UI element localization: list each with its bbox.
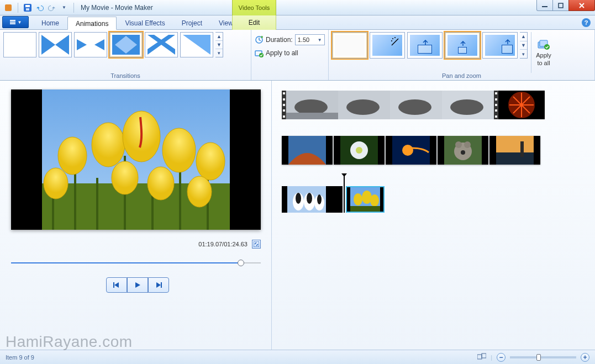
clip-thumbnail[interactable] xyxy=(286,91,338,119)
clip-thumbnail-selected[interactable] xyxy=(346,186,385,213)
svg-rect-47 xyxy=(113,282,114,288)
svg-point-86 xyxy=(307,193,312,204)
transitions-group-label: Transitions xyxy=(0,72,251,79)
zoom-thumb[interactable] xyxy=(536,354,541,361)
gallery-expand-icon[interactable]: ▾ xyxy=(520,50,527,58)
next-frame-button[interactable] xyxy=(148,277,169,293)
tab-visual-effects[interactable]: Visual Effects xyxy=(117,16,173,29)
file-menu-button[interactable]: ▼ xyxy=(2,16,29,28)
clip-thumbnail[interactable] xyxy=(334,136,385,165)
transition-crossfade[interactable] xyxy=(39,32,72,57)
svg-rect-7 xyxy=(10,22,15,23)
play-button[interactable] xyxy=(127,277,148,293)
apply-all-line1: Apply xyxy=(536,52,551,59)
fullscreen-button[interactable] xyxy=(252,240,261,249)
transition-options-group: Duration: 1.50 ▼ Apply to all xyxy=(251,30,329,80)
seek-thumb[interactable] xyxy=(238,260,244,266)
qat-customize-dropdown[interactable]: ▼ xyxy=(59,3,69,13)
gallery-expand-icon[interactable]: ▾ xyxy=(215,49,223,57)
panzoom-group-label: Pan and zoom xyxy=(329,72,594,79)
panzoom-zoom-out-bottom[interactable] xyxy=(445,32,480,59)
svg-rect-97 xyxy=(482,354,486,358)
clip-thumbnail[interactable] xyxy=(498,91,545,119)
view-toggle-button[interactable] xyxy=(477,353,486,362)
clip-thumbnail[interactable] xyxy=(282,136,333,165)
transition-reveal[interactable] xyxy=(180,32,213,57)
help-button[interactable]: ? xyxy=(582,18,591,27)
tab-home[interactable]: Home xyxy=(33,16,67,29)
minimize-button[interactable] xyxy=(536,0,553,11)
storyboard-pane[interactable] xyxy=(272,81,595,350)
app-icon xyxy=(3,3,13,13)
svg-rect-80 xyxy=(520,141,524,157)
clip-thumbnail[interactable] xyxy=(331,186,343,213)
svg-point-41 xyxy=(44,168,68,199)
svg-rect-96 xyxy=(477,355,482,359)
tab-edit[interactable]: Edit xyxy=(232,15,276,30)
panzoom-auto[interactable] xyxy=(370,32,405,59)
scroll-down-icon[interactable]: ▼ xyxy=(215,41,223,49)
apply-to-all-panzoom[interactable]: Apply to all xyxy=(531,32,556,73)
apply-to-all-transitions[interactable]: Apply to all xyxy=(255,49,325,57)
svg-point-36 xyxy=(58,137,87,175)
svg-rect-6 xyxy=(10,20,15,21)
transition-none[interactable] xyxy=(3,32,36,57)
scroll-down-icon[interactable]: ▼ xyxy=(520,41,527,50)
svg-rect-79 xyxy=(496,152,534,165)
previous-frame-button[interactable] xyxy=(106,277,127,293)
clip-thumbnail[interactable] xyxy=(390,91,442,119)
maximize-button[interactable] xyxy=(552,0,569,11)
svg-point-59 xyxy=(450,99,483,115)
seek-slider[interactable] xyxy=(11,259,261,267)
undo-button[interactable] xyxy=(35,3,45,13)
svg-point-84 xyxy=(296,193,301,204)
svg-rect-8 xyxy=(10,23,15,24)
preview-pane: 01:19.07/01:24.63 xyxy=(0,81,272,350)
clip-row-2 xyxy=(282,136,584,165)
tab-project[interactable]: Project xyxy=(173,16,210,29)
clip-thumbnail[interactable] xyxy=(338,91,390,119)
svg-rect-27 xyxy=(335,35,365,56)
status-item-count: Item 9 of 9 xyxy=(6,354,34,361)
transition-pinwheel[interactable] xyxy=(74,32,107,57)
panzoom-gallery: ▲ ▼ ▾ Apply to all xyxy=(332,32,591,73)
save-button[interactable] xyxy=(23,3,33,13)
svg-point-55 xyxy=(346,99,380,115)
transition-diagonal-cross[interactable] xyxy=(145,32,178,57)
clip-thumbnail[interactable] xyxy=(386,136,436,165)
video-preview[interactable] xyxy=(11,89,261,230)
tab-animations[interactable]: Animations xyxy=(67,17,117,30)
svg-rect-50 xyxy=(161,282,162,288)
contextual-tab-label: Video Tools xyxy=(232,0,276,15)
scroll-up-icon[interactable]: ▲ xyxy=(520,33,527,41)
transition-diamond[interactable] xyxy=(109,32,143,57)
svg-rect-3 xyxy=(26,8,29,10)
svg-point-67 xyxy=(356,147,362,154)
zoom-out-button[interactable]: − xyxy=(497,353,506,362)
svg-rect-89 xyxy=(331,186,343,213)
playhead[interactable] xyxy=(344,176,345,213)
clip-thumbnail[interactable] xyxy=(442,91,494,119)
zoom-in-button[interactable]: + xyxy=(581,353,589,362)
window-controls xyxy=(537,0,595,11)
separator xyxy=(73,3,74,13)
svg-point-43 xyxy=(148,167,174,200)
clip-thumbnail[interactable] xyxy=(489,136,540,165)
panzoom-pan-out-right[interactable] xyxy=(482,32,518,59)
svg-point-75 xyxy=(464,141,471,148)
scroll-up-icon[interactable]: ▲ xyxy=(215,33,223,41)
transitions-gallery-scroll[interactable]: ▲ ▼ ▾ xyxy=(215,32,223,57)
redo-button[interactable] xyxy=(47,3,57,13)
clip-thumbnail[interactable] xyxy=(282,186,331,213)
ribbon: ▲ ▼ ▾ Transitions Duration: 1.50 ▼ Apply… xyxy=(0,30,595,81)
panzoom-zoom-out-center[interactable] xyxy=(407,32,443,59)
svg-rect-4 xyxy=(542,6,547,7)
close-button[interactable] xyxy=(568,0,595,11)
ribbon-tab-strip: ▼ Home Animations Visual Effects Project… xyxy=(0,15,595,30)
panzoom-gallery-scroll[interactable]: ▲ ▼ ▾ xyxy=(520,32,528,59)
panzoom-none[interactable] xyxy=(332,32,367,59)
clip-thumbnail[interactable] xyxy=(438,136,488,165)
duration-combobox[interactable]: 1.50 ▼ xyxy=(295,34,325,45)
zoom-slider[interactable] xyxy=(510,356,576,358)
time-display: 01:19.07/01:24.63 xyxy=(198,241,248,247)
